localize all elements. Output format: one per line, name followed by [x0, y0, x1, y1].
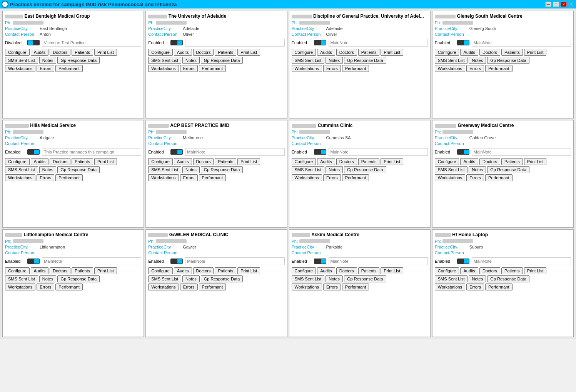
- notes-button[interactable]: Notes: [182, 57, 200, 64]
- workstations-button[interactable]: Workstations: [5, 65, 35, 72]
- errors-button[interactable]: Errors: [323, 284, 341, 290]
- audits-button[interactable]: Audits: [460, 49, 478, 56]
- note-input[interactable]: [42, 257, 141, 265]
- audits-button[interactable]: Audits: [317, 267, 335, 274]
- audits-button[interactable]: Audits: [317, 49, 335, 56]
- audits-button[interactable]: Audits: [31, 267, 49, 274]
- errors-button[interactable]: Errors: [466, 284, 484, 290]
- performant-button[interactable]: Performant: [342, 174, 369, 181]
- configure-button[interactable]: Configure: [5, 267, 30, 274]
- print-list-button[interactable]: Print List: [94, 267, 117, 274]
- print-list-button[interactable]: Print List: [381, 267, 403, 274]
- patients-button[interactable]: Patients: [215, 158, 236, 165]
- status-toggle[interactable]: [457, 40, 469, 45]
- errors-button[interactable]: Errors: [466, 174, 484, 181]
- workstations-button[interactable]: Workstations: [5, 174, 35, 181]
- notes-button[interactable]: Notes: [182, 275, 200, 282]
- doctors-button[interactable]: Doctors: [479, 158, 500, 165]
- performant-button[interactable]: Performant: [342, 284, 369, 290]
- note-input[interactable]: [329, 257, 428, 265]
- performant-button[interactable]: Performant: [55, 284, 82, 290]
- workstations-button[interactable]: Workstations: [5, 284, 35, 290]
- workstations-button[interactable]: Workstations: [435, 284, 465, 290]
- performant-button[interactable]: Performant: [485, 65, 512, 72]
- status-toggle[interactable]: [170, 259, 183, 264]
- gp-response-data-button[interactable]: Gp Response Data: [201, 166, 243, 173]
- doctors-button[interactable]: Doctors: [50, 49, 70, 56]
- configure-button[interactable]: Configure: [292, 267, 316, 274]
- note-input[interactable]: [185, 257, 284, 265]
- notes-button[interactable]: Notes: [469, 57, 486, 64]
- errors-button[interactable]: Errors: [180, 174, 198, 181]
- notes-button[interactable]: Notes: [469, 275, 486, 282]
- performant-button[interactable]: Performant: [55, 65, 82, 72]
- performant-button[interactable]: Performant: [199, 174, 226, 181]
- sms-sent-list-button[interactable]: SMS Sent List: [148, 57, 181, 64]
- close-button[interactable]: ✕: [561, 2, 567, 7]
- errors-button[interactable]: Errors: [180, 65, 198, 72]
- doctors-button[interactable]: Doctors: [479, 267, 500, 274]
- configure-button[interactable]: Configure: [292, 158, 316, 165]
- gp-response-data-button[interactable]: Gp Response Data: [57, 57, 100, 64]
- audits-button[interactable]: Audits: [174, 267, 192, 274]
- notes-button[interactable]: Notes: [326, 166, 343, 173]
- audits-button[interactable]: Audits: [460, 267, 478, 274]
- minimize-button[interactable]: —: [545, 2, 551, 7]
- print-list-button[interactable]: Print List: [94, 49, 117, 56]
- doctors-button[interactable]: Doctors: [193, 49, 214, 56]
- sms-sent-list-button[interactable]: SMS Sent List: [435, 57, 468, 64]
- errors-button[interactable]: Errors: [323, 65, 341, 72]
- note-input[interactable]: [185, 39, 284, 47]
- patients-button[interactable]: Patients: [72, 267, 93, 274]
- gp-response-data-button[interactable]: Gp Response Data: [201, 275, 243, 282]
- status-toggle[interactable]: [457, 149, 469, 155]
- sms-sent-list-button[interactable]: SMS Sent List: [5, 166, 38, 173]
- audits-button[interactable]: Audits: [174, 49, 192, 56]
- workstations-button[interactable]: Workstations: [148, 65, 179, 72]
- performant-button[interactable]: Performant: [55, 174, 82, 181]
- doctors-button[interactable]: Doctors: [336, 158, 357, 165]
- print-list-button[interactable]: Print List: [381, 158, 403, 165]
- print-list-button[interactable]: Print List: [237, 49, 260, 56]
- audits-button[interactable]: Audits: [317, 158, 335, 165]
- audits-button[interactable]: Audits: [174, 158, 192, 165]
- sms-sent-list-button[interactable]: SMS Sent List: [435, 275, 468, 282]
- status-toggle[interactable]: [314, 149, 326, 155]
- audits-button[interactable]: Audits: [31, 49, 49, 56]
- help-button[interactable]: ?: [568, 2, 574, 7]
- status-toggle[interactable]: [314, 40, 326, 45]
- status-toggle[interactable]: [170, 149, 183, 155]
- configure-button[interactable]: Configure: [435, 49, 459, 56]
- notes-button[interactable]: Notes: [182, 166, 200, 173]
- patients-button[interactable]: Patients: [215, 49, 236, 56]
- status-toggle[interactable]: [314, 259, 326, 264]
- notes-button[interactable]: Notes: [39, 166, 57, 173]
- notes-button[interactable]: Notes: [326, 57, 343, 64]
- workstations-button[interactable]: Workstations: [148, 174, 179, 181]
- doctors-button[interactable]: Doctors: [50, 267, 70, 274]
- performant-button[interactable]: Performant: [485, 284, 512, 290]
- maximize-button[interactable]: □: [553, 2, 559, 7]
- configure-button[interactable]: Configure: [5, 158, 30, 165]
- patients-button[interactable]: Patients: [501, 267, 523, 274]
- patients-button[interactable]: Patients: [72, 49, 93, 56]
- notes-button[interactable]: Notes: [469, 166, 486, 173]
- errors-button[interactable]: Errors: [466, 65, 484, 72]
- workstations-button[interactable]: Workstations: [435, 65, 465, 72]
- notes-button[interactable]: Notes: [39, 57, 57, 64]
- print-list-button[interactable]: Print List: [94, 158, 117, 165]
- note-input[interactable]: [472, 257, 571, 265]
- doctors-button[interactable]: Doctors: [479, 49, 500, 56]
- sms-sent-list-button[interactable]: SMS Sent List: [148, 275, 181, 282]
- configure-button[interactable]: Configure: [435, 267, 459, 274]
- note-input[interactable]: [472, 148, 571, 156]
- print-list-button[interactable]: Print List: [237, 267, 260, 274]
- errors-button[interactable]: Errors: [37, 284, 54, 290]
- workstations-button[interactable]: Workstations: [435, 174, 465, 181]
- doctors-button[interactable]: Doctors: [336, 267, 357, 274]
- configure-button[interactable]: Configure: [148, 267, 173, 274]
- status-toggle[interactable]: [27, 259, 40, 264]
- doctors-button[interactable]: Doctors: [336, 49, 357, 56]
- status-toggle[interactable]: [27, 149, 40, 155]
- performant-button[interactable]: Performant: [199, 65, 226, 72]
